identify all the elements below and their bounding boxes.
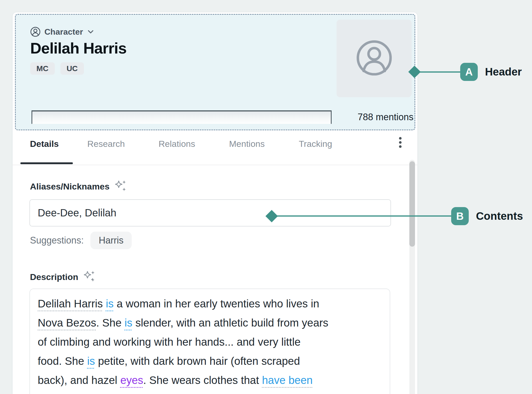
annotation-a-connector-line <box>414 71 461 73</box>
tab-details[interactable]: Details <box>30 138 59 150</box>
user-circle-icon <box>30 26 41 37</box>
tab-bar-divider <box>13 165 417 165</box>
mentions-count: 788 mentions <box>277 110 413 124</box>
chevron-down-icon <box>87 28 95 36</box>
description-text-line: back), and hazel eyes. She wears clothes… <box>38 371 382 390</box>
annotation-b-label: Contents <box>476 209 523 223</box>
suggestions-label: Suggestions: <box>30 235 84 246</box>
ai-sparkles-icon <box>114 179 127 193</box>
tab-relations[interactable]: Relations <box>159 138 195 150</box>
description-ai-generate-button[interactable] <box>83 270 96 284</box>
more-options-button[interactable] <box>397 136 404 150</box>
aliases-section-label: Aliases/Nicknames <box>30 181 109 192</box>
description-section-label: Description <box>30 271 78 283</box>
aliases-ai-generate-button[interactable] <box>114 179 127 193</box>
badge-mc[interactable]: MC <box>30 62 55 75</box>
description-editor[interactable]: Delilah Harris is a woman in her early t… <box>29 289 390 394</box>
description-text-line: Delilah Harris is a woman in her early t… <box>38 294 382 313</box>
avatar-user-circle-icon <box>355 38 394 79</box>
tab-research[interactable]: Research <box>87 138 125 150</box>
badge-uc[interactable]: UC <box>60 62 84 75</box>
character-name-title: Delilah Harris <box>30 39 127 57</box>
annotation-a-label: Header <box>485 65 522 79</box>
suggestion-chip-harris[interactable]: Harris <box>90 232 132 249</box>
entity-type-label: Character <box>44 27 83 37</box>
description-text-line: food. She is petite, with dark brown hai… <box>38 352 382 371</box>
annotation-b-badge: B <box>451 207 469 225</box>
avatar[interactable] <box>337 20 412 97</box>
annotation-a-badge: A <box>460 63 478 81</box>
character-header-card: Character Delilah Harris MC UC 788 menti… <box>15 14 415 130</box>
tab-tracking[interactable]: Tracking <box>299 138 332 150</box>
active-tab-underline <box>20 162 73 164</box>
character-type-dropdown[interactable]: Character <box>30 26 95 37</box>
character-panel: Character Delilah Harris MC UC 788 menti… <box>12 12 418 394</box>
ai-sparkles-icon <box>83 270 96 284</box>
annotation-b-connector-line <box>272 215 452 217</box>
kebab-vertical-icon <box>399 136 402 150</box>
aliases-input[interactable] <box>29 199 391 226</box>
description-text-line: of climbing and working with her hands..… <box>38 332 382 352</box>
scrollbar-thumb[interactable] <box>409 161 415 247</box>
tab-mentions[interactable]: Mentions <box>229 138 265 150</box>
character-badges: MC UC <box>30 62 84 75</box>
description-text-line: Nova Bezos. She is slender, with an athl… <box>38 313 382 332</box>
